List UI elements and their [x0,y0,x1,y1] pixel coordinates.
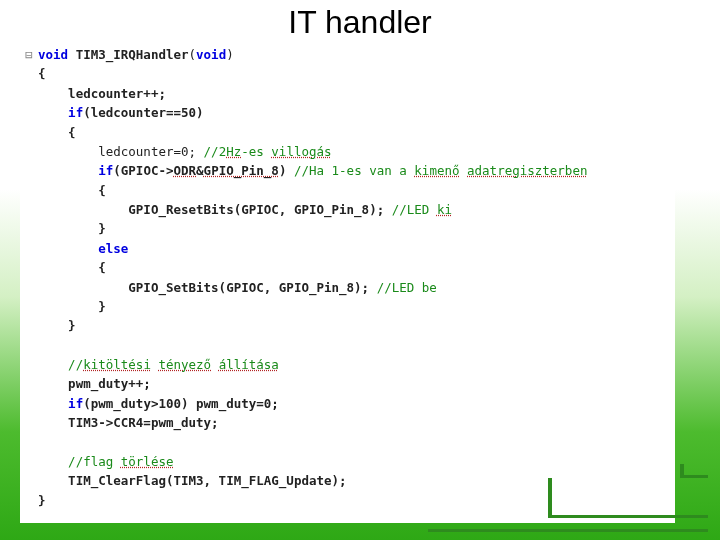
kw-void: void [38,47,68,62]
kw-if: if [68,396,83,411]
kw-if: if [98,163,113,178]
brace: } [98,299,106,314]
stmt: GPIO_ResetBits(GPIOC, GPIO_Pin_8); [128,202,384,217]
comment: //2Hz-es villogás [196,144,332,159]
fold-icon: ⊟ [20,45,38,64]
comment: //LED be [369,280,437,295]
stmt: pwm_duty++; [68,376,151,391]
stmt: (pwm_duty>100) pwm_duty=0; [83,396,279,411]
brace: { [98,183,106,198]
comment: //kitöltési tényező állítása [68,357,279,372]
stmt: ledcounter=0; [98,144,196,159]
stmt: ledcounter++; [68,86,166,101]
kw-if: if [68,105,83,120]
brace: { [38,66,46,81]
slide-title: IT handler [0,0,720,43]
code-panel: ⊟void TIM3_IRQHandler(void) { ledcounter… [20,43,675,523]
comment: //flag törlése [68,454,173,469]
brace: } [38,493,46,508]
kw-void-2: void [196,47,226,62]
stmt: TIM3->CCR4=pwm_duty; [68,415,219,430]
code-block: ⊟void TIM3_IRQHandler(void) { ledcounter… [20,43,675,510]
cond: (GPIOC->ODR&GPIO_Pin_8) [113,163,286,178]
kw-else: else [98,241,128,256]
stmt: GPIO_SetBits(GPIOC, GPIO_Pin_8); [128,280,369,295]
brace: { [68,125,76,140]
brace: } [68,318,76,333]
fn-name: TIM3_IRQHandler [76,47,189,62]
brace: { [98,260,106,275]
stmt: TIM_ClearFlag(TIM3, TIM_FLAG_Update); [68,473,346,488]
cond: (ledcounter==50) [83,105,203,120]
comment: //Ha 1-es van a kimenő adatregiszterben [286,163,587,178]
brace: } [98,221,106,236]
comment: //LED ki [384,202,452,217]
